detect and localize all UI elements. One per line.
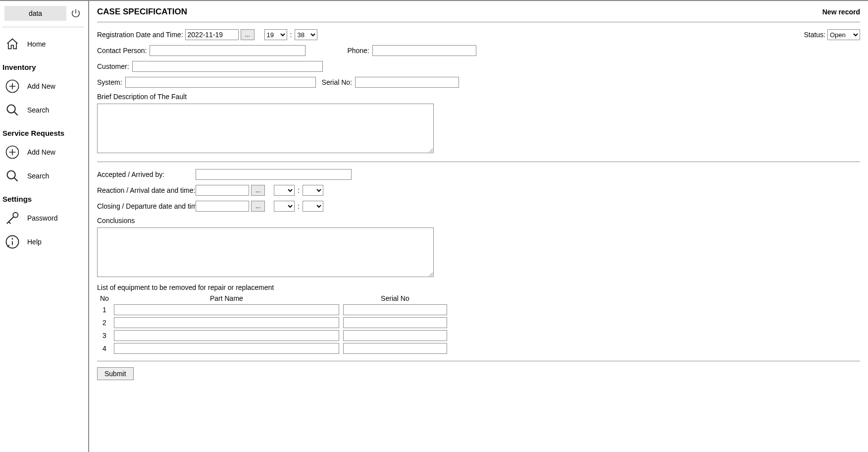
status-label: Status:: [804, 31, 825, 39]
nav-service-add[interactable]: Add New: [2, 140, 88, 164]
brief-description-textarea[interactable]: [97, 104, 434, 153]
status-select[interactable]: Open: [827, 29, 860, 40]
accepted-label: Accepted / Arrived by:: [97, 170, 194, 178]
power-icon[interactable]: [70, 8, 81, 19]
contact-label: Contact Person:: [97, 47, 147, 55]
brief-description-label: Brief Description of The Fault: [97, 93, 860, 101]
nav-home[interactable]: Home: [2, 32, 88, 56]
conclusions-label: Conclusions: [97, 217, 860, 225]
nav-label: Search: [27, 172, 49, 180]
sidebar: data Home Inventory Add New: [0, 1, 89, 452]
nav-inventory-add[interactable]: Add New: [2, 74, 88, 98]
nav-label: Add New: [27, 148, 55, 156]
row-no: 2: [97, 316, 112, 329]
submit-button[interactable]: Submit: [97, 367, 134, 380]
registration-minute-select[interactable]: 38: [295, 29, 317, 40]
time-colon: :: [297, 202, 301, 210]
part-name-input[interactable]: [114, 317, 339, 328]
plus-circle-icon: [4, 78, 20, 94]
svg-point-6: [12, 238, 13, 239]
table-row: 4: [97, 342, 449, 355]
system-label: System:: [97, 78, 122, 86]
svg-point-3: [7, 171, 15, 179]
row-no: 4: [97, 342, 112, 355]
key-icon: [4, 210, 20, 226]
date-picker-button[interactable]: ...: [241, 29, 255, 40]
reaction-hour-select[interactable]: [274, 185, 295, 196]
part-name-input[interactable]: [114, 330, 339, 341]
row-no: 3: [97, 329, 112, 342]
svg-point-4: [13, 213, 18, 218]
new-record-label: New record: [822, 8, 860, 16]
closing-label: Closing / Departure date and time:: [97, 202, 194, 210]
section-service-requests: Service Requests: [2, 122, 88, 140]
part-name-input[interactable]: [114, 304, 339, 315]
svg-point-1: [7, 105, 15, 113]
reaction-date-input[interactable]: [196, 185, 249, 196]
contact-person-input[interactable]: [150, 45, 306, 56]
customer-input[interactable]: [132, 61, 323, 72]
row-no: 1: [97, 303, 112, 316]
part-serial-input[interactable]: [343, 304, 447, 315]
col-no: No: [97, 293, 112, 303]
info-icon: [4, 234, 20, 250]
registration-date-input[interactable]: [185, 29, 239, 40]
system-input[interactable]: [125, 77, 316, 88]
accepted-by-input[interactable]: [196, 169, 352, 180]
home-icon: [4, 36, 20, 52]
registration-hour-select[interactable]: 19: [264, 29, 287, 40]
nav-label: Add New: [27, 82, 55, 90]
part-name-input[interactable]: [114, 343, 339, 354]
plus-circle-icon: [4, 144, 20, 160]
nav-label: Help: [27, 238, 42, 246]
reaction-date-picker-button[interactable]: ...: [251, 185, 265, 196]
reaction-minute-select[interactable]: [303, 185, 323, 196]
closing-date-input[interactable]: [196, 201, 249, 212]
table-row: 1: [97, 303, 449, 316]
nav-help[interactable]: Help: [2, 230, 88, 254]
nav-password[interactable]: Password: [2, 206, 88, 230]
search-icon: [4, 102, 20, 118]
nav-service-search[interactable]: Search: [2, 164, 88, 188]
time-colon: :: [297, 186, 301, 194]
phone-input[interactable]: [372, 45, 476, 56]
customer-label: Customer:: [97, 62, 129, 70]
conclusions-textarea[interactable]: [97, 227, 434, 277]
serial-label: Serial No:: [322, 78, 352, 86]
equipment-list-title: List of equipment to be removed for repa…: [97, 283, 860, 291]
section-settings: Settings: [2, 188, 88, 206]
part-serial-input[interactable]: [343, 343, 447, 354]
nav-inventory-search[interactable]: Search: [2, 98, 88, 122]
registration-label: Registration Date and Time:: [97, 31, 183, 39]
section-inventory: Inventory: [2, 56, 88, 74]
nav-label: Search: [27, 106, 49, 114]
table-row: 3: [97, 329, 449, 342]
col-serial-no: Serial No: [341, 293, 449, 303]
search-icon: [4, 168, 20, 184]
data-button[interactable]: data: [4, 6, 66, 21]
page-title: CASE SPECIFICATION: [97, 7, 187, 17]
equipment-table: No Part Name Serial No 1 2 3: [97, 293, 449, 355]
divider: [97, 162, 860, 162]
part-serial-input[interactable]: [343, 317, 447, 328]
part-serial-input[interactable]: [343, 330, 447, 341]
closing-hour-select[interactable]: [274, 201, 295, 212]
table-row: 2: [97, 316, 449, 329]
main-content: CASE SPECIFICATION New record Registrati…: [89, 1, 868, 452]
time-colon: :: [289, 31, 293, 39]
closing-minute-select[interactable]: [303, 201, 323, 212]
serial-no-input[interactable]: [355, 77, 459, 88]
reaction-label: Reaction / Arrival date and time:: [97, 186, 194, 194]
phone-label: Phone:: [347, 47, 369, 55]
col-part-name: Part Name: [112, 293, 341, 303]
closing-date-picker-button[interactable]: ...: [251, 201, 265, 212]
nav-label: Password: [27, 214, 57, 222]
nav-label: Home: [27, 40, 46, 48]
